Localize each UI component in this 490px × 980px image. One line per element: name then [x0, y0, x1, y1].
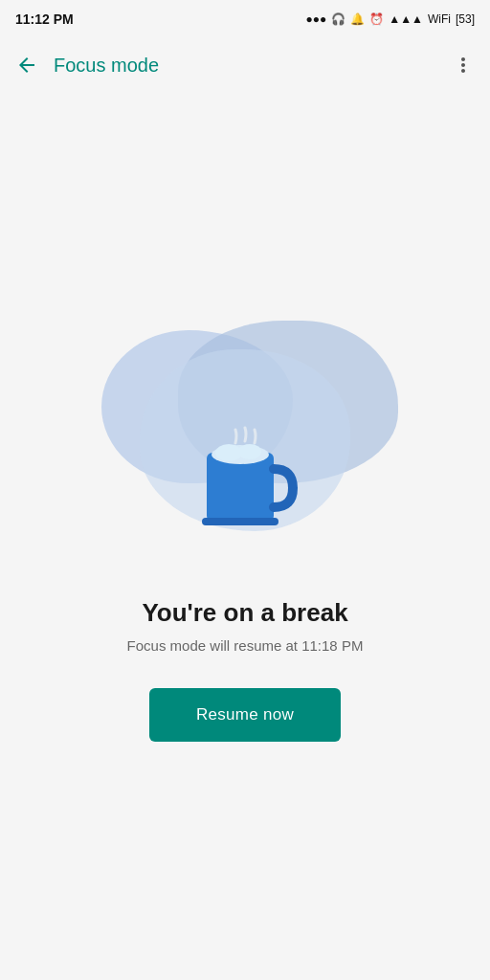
- more-options-button[interactable]: [444, 46, 482, 84]
- wifi-icon: WiFi: [428, 12, 451, 26]
- signal-icon: ●●●: [306, 12, 327, 26]
- break-title: You're on a break: [127, 598, 364, 628]
- status-time: 11:12 PM: [15, 11, 74, 27]
- alarm-icon: ⏰: [369, 12, 384, 26]
- break-message: You're on a break Focus mode will resume…: [127, 598, 364, 654]
- more-vert-icon: [452, 54, 475, 77]
- back-button[interactable]: [8, 46, 46, 84]
- svg-rect-1: [202, 518, 278, 525]
- svg-point-3: [215, 444, 242, 461]
- break-subtitle: Focus mode will resume at 11:18 PM: [127, 637, 364, 654]
- resume-now-button[interactable]: Resume now: [149, 688, 341, 742]
- headphone-icon: 🎧: [331, 12, 345, 26]
- coffee-mug-icon: [192, 426, 298, 541]
- page-title: Focus mode: [54, 55, 444, 77]
- svg-point-4: [238, 444, 261, 459]
- mug-svg: [192, 426, 298, 541]
- battery-icon: [53]: [456, 12, 475, 26]
- main-content: You're on a break Focus mode will resume…: [0, 92, 490, 980]
- bell-icon: 🔔: [350, 12, 365, 26]
- status-bar: 11:12 PM ●●● 🎧 🔔 ⏰ ▲▲▲ WiFi [53]: [0, 0, 490, 38]
- break-illustration: [92, 292, 398, 560]
- status-icons: ●●● 🎧 🔔 ⏰ ▲▲▲ WiFi [53]: [306, 12, 475, 26]
- app-bar: Focus mode: [0, 38, 490, 92]
- signal-bars-icon: ▲▲▲: [389, 12, 423, 26]
- back-arrow-icon: [15, 54, 38, 77]
